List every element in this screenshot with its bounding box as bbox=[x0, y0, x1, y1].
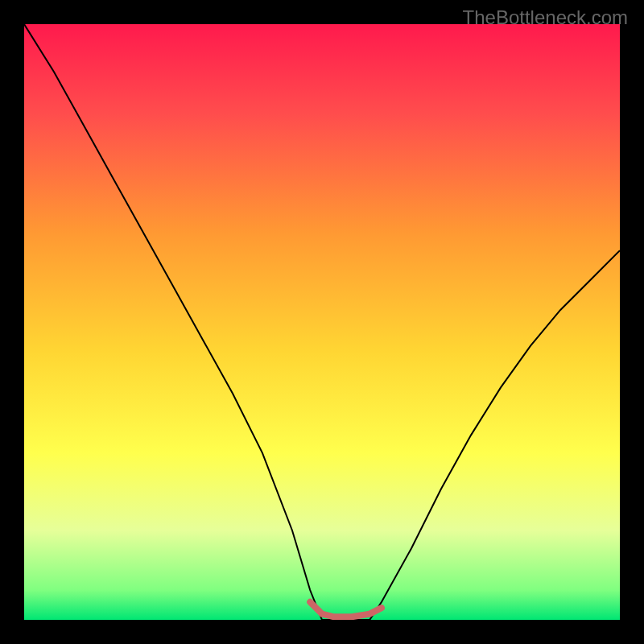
optimal-zone-highlight bbox=[310, 602, 382, 617]
chart-container bbox=[24, 24, 620, 620]
bottleneck-curve bbox=[24, 24, 620, 620]
watermark-text: TheBottleneck.com bbox=[463, 6, 628, 29]
curve-layer bbox=[24, 24, 620, 620]
